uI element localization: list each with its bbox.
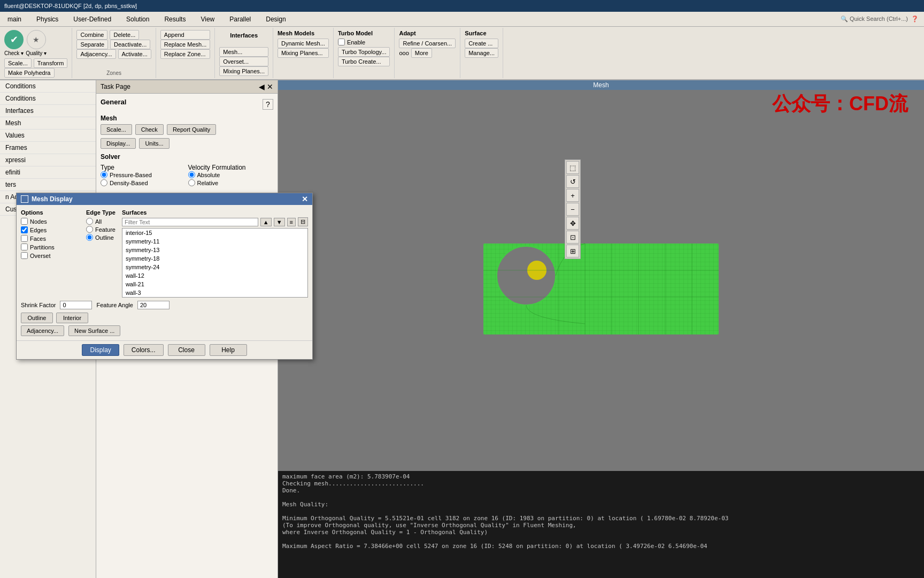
- task-pane-expand-icon[interactable]: ✕: [267, 82, 273, 91]
- sidebar-item-conditions[interactable]: Conditions: [0, 93, 96, 105]
- task-pane-controls: ◀ ✕: [259, 82, 273, 91]
- surface-manage-button[interactable]: Manage...: [465, 48, 498, 58]
- nav-zoom-out-btn[interactable]: −: [566, 203, 579, 216]
- adapt-more-button[interactable]: More: [411, 48, 432, 58]
- make-polyhedra-button[interactable]: Make Polyhedra: [4, 68, 55, 78]
- overset-checkbox[interactable]: [21, 252, 28, 259]
- dialog-colors-btn[interactable]: Colors...: [124, 344, 164, 356]
- surfaces-filter-input[interactable]: [122, 218, 258, 226]
- append-button[interactable]: Append: [160, 30, 210, 40]
- filter-sort-desc-btn[interactable]: ▼: [274, 218, 285, 226]
- turbo-enable-checkbox[interactable]: [338, 39, 345, 45]
- turbo-topology-button[interactable]: Turbo Topology...: [338, 47, 390, 57]
- sidebar-item-parameters[interactable]: ters: [0, 179, 96, 191]
- deactivate-button[interactable]: Deactivate...: [110, 40, 150, 49]
- dialog-display-btn[interactable]: Display: [82, 344, 119, 356]
- edges-checkbox[interactable]: [21, 226, 28, 233]
- sidebar-item-expressions[interactable]: xpressi: [0, 154, 96, 166]
- nav-fit-btn[interactable]: ⊡: [566, 231, 579, 244]
- menu-main[interactable]: main: [0, 13, 29, 25]
- menu-user-defined[interactable]: User-Defined: [66, 13, 119, 25]
- nav-rotate-btn[interactable]: ↺: [566, 175, 579, 188]
- turbo-create-button[interactable]: Turbo Create...: [338, 57, 390, 66]
- adjacency-dialog-btn[interactable]: Adjacency...: [21, 325, 64, 336]
- surface-item-wall21[interactable]: wall-21: [122, 280, 307, 288]
- dialog-close-btn[interactable]: ✕: [302, 195, 308, 203]
- overset-button[interactable]: Overset...: [219, 57, 268, 66]
- menu-physics[interactable]: Physics: [29, 13, 66, 25]
- separate-button[interactable]: Separate: [76, 40, 108, 49]
- sidebar-item-values[interactable]: Values: [0, 130, 96, 142]
- units-btn[interactable]: Units...: [139, 138, 169, 149]
- menu-parallel[interactable]: Parallel: [222, 13, 258, 25]
- surfaces-list[interactable]: interior-15 symmetry-11 symmetry-13 symm…: [122, 228, 308, 298]
- surfaces-filter-row: ▲ ▼ ≡ ⊟: [122, 217, 308, 226]
- nav-select-btn[interactable]: ⬚: [566, 161, 579, 174]
- mesh-interface-button[interactable]: Mesh...: [219, 47, 268, 57]
- relative-label: Relative: [197, 180, 219, 186]
- combine-button[interactable]: Combine: [76, 30, 107, 40]
- absolute-radio[interactable]: [188, 171, 195, 178]
- scale-button[interactable]: Scale...: [4, 58, 32, 68]
- sidebar-item-definitions[interactable]: efiniti: [0, 166, 96, 179]
- menu-design[interactable]: Design: [258, 13, 293, 25]
- dialog-close-footer-btn[interactable]: Close: [168, 344, 205, 356]
- general-help-btn[interactable]: ?: [263, 99, 273, 110]
- shrink-factor-input[interactable]: [60, 301, 92, 309]
- task-pane-collapse-icon[interactable]: ◀: [259, 82, 265, 91]
- scale-btn[interactable]: Scale...: [101, 124, 132, 135]
- mixing-planes-button[interactable]: Mixing Planes...: [219, 66, 268, 76]
- replace-mesh-button[interactable]: Replace Mesh...: [160, 40, 210, 49]
- surface-item-symmetry18[interactable]: symmetry-18: [122, 254, 307, 263]
- report-quality-btn[interactable]: Report Quality: [167, 124, 216, 135]
- refine-coarsen-button[interactable]: Refine / Coarsen...: [399, 39, 456, 48]
- sidebar-item-interfaces[interactable]: Interfaces: [0, 105, 96, 117]
- activate-button[interactable]: Activate...: [118, 49, 151, 59]
- feature-angle-label: Feature Angle: [96, 302, 133, 308]
- surface-create-button[interactable]: Create ...: [465, 39, 498, 48]
- mesh-svg: [478, 227, 724, 340]
- console-output[interactable]: maximum face area (m2): 5.783907e-04 Che…: [278, 471, 924, 578]
- filter-sort-asc-btn[interactable]: ▲: [260, 218, 272, 226]
- menu-view[interactable]: View: [193, 13, 222, 25]
- new-surface-btn[interactable]: New Surface ...: [68, 325, 120, 336]
- partitions-checkbox[interactable]: [21, 244, 28, 250]
- nodes-checkbox[interactable]: [21, 218, 28, 225]
- outline-surfaces-btn[interactable]: Outline: [21, 313, 53, 323]
- sidebar-item-mesh[interactable]: Mesh: [0, 117, 96, 130]
- surface-item-symmetry13[interactable]: symmetry-13: [122, 246, 307, 254]
- interior-surfaces-btn[interactable]: Interior: [56, 313, 88, 323]
- relative-radio[interactable]: [188, 179, 195, 186]
- feature-angle-input[interactable]: [137, 301, 170, 309]
- sidebar-item-frames[interactable]: Frames: [0, 142, 96, 154]
- outline-radio[interactable]: [86, 234, 93, 241]
- replace-zone-button[interactable]: Replace Zone...: [160, 49, 210, 59]
- density-based-radio[interactable]: [101, 179, 107, 186]
- transform-button[interactable]: Transform: [34, 58, 68, 68]
- faces-checkbox[interactable]: [21, 235, 28, 242]
- menu-results[interactable]: Results: [157, 13, 193, 25]
- nav-zoom-in-btn[interactable]: +: [566, 189, 579, 202]
- pressure-based-radio[interactable]: [101, 171, 107, 178]
- menu-solution[interactable]: Solution: [119, 13, 157, 25]
- all-radio[interactable]: [86, 218, 93, 225]
- dialog-help-btn[interactable]: Help: [210, 344, 247, 356]
- surface-item-wall12[interactable]: wall-12: [122, 271, 307, 280]
- display-mesh-btn[interactable]: Display...: [101, 138, 136, 149]
- nav-pan-btn[interactable]: ✥: [566, 217, 579, 230]
- dialog-footer: Display Colors... Close Help: [17, 340, 312, 359]
- nav-axis-btn[interactable]: ⊞: [566, 245, 579, 257]
- mixing-planes2-button[interactable]: Mixing Planes...: [278, 48, 329, 58]
- surface-item-wall3[interactable]: wall-3: [122, 288, 307, 297]
- adjacency-button[interactable]: Adjacency...: [76, 49, 116, 59]
- check-btn[interactable]: Check: [135, 124, 164, 135]
- surface-item-symmetry11[interactable]: symmetry-11: [122, 237, 307, 246]
- surface-item-symmetry24[interactable]: symmetry-24: [122, 263, 307, 271]
- feature-radio[interactable]: [86, 226, 93, 233]
- delete-button[interactable]: Delete...: [110, 30, 139, 40]
- sidebar-item-boundary-conditions[interactable]: Conditions: [0, 80, 96, 93]
- dynamic-mesh-button[interactable]: Dynamic Mesh...: [278, 39, 329, 48]
- filter-btn1[interactable]: ≡: [287, 218, 296, 226]
- surface-item-interior15[interactable]: interior-15: [122, 229, 307, 237]
- filter-btn2[interactable]: ⊟: [298, 217, 308, 226]
